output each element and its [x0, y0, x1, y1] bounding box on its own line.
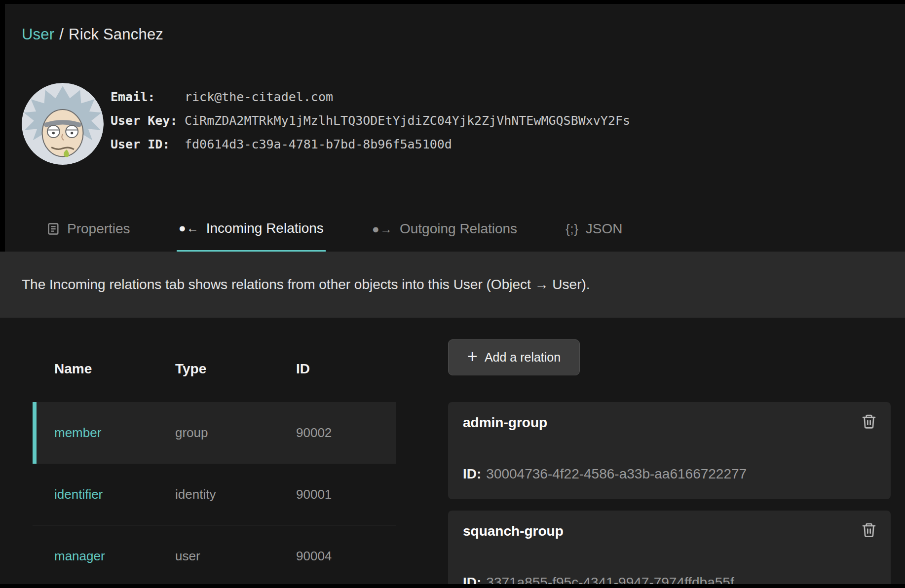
- column-header-id: ID: [296, 361, 310, 377]
- breadcrumb-separator: /: [59, 26, 64, 43]
- user-id-label: User ID:: [111, 133, 185, 156]
- relation-card-squanch-group: squanch-group ID:3371a855-f95c-4341-9947…: [448, 511, 891, 584]
- tab-label: JSON: [586, 221, 623, 237]
- relation-card-id: ID:3371a855-f95c-4341-9947-7974ffdba55f: [463, 575, 734, 584]
- add-relation-label: Add a relation: [485, 350, 561, 365]
- relation-id: 90002: [296, 402, 332, 464]
- table-row-manager[interactable]: manager user 90004: [33, 525, 396, 584]
- relation-id: 90001: [296, 464, 332, 525]
- info-banner: The Incoming relations tab shows relatio…: [0, 252, 905, 318]
- tab-label: Incoming Relations: [206, 220, 324, 236]
- breadcrumb-current: Rick Sanchez: [69, 26, 163, 43]
- user-detail-panel: User/Rick Sanchez Email: rick@: [5, 4, 905, 252]
- add-relation-button[interactable]: + Add a relation: [448, 339, 580, 375]
- relation-card-title: squanch-group: [463, 523, 564, 539]
- tab-outgoing-relations[interactable]: ●→ Outgoing Relations: [370, 206, 519, 252]
- relation-card-title: admin-group: [463, 415, 547, 431]
- user-id-row: User ID: fd0614d3-c39a-4781-b7bd-8b96f5a…: [111, 133, 630, 156]
- trash-icon[interactable]: [861, 521, 877, 538]
- incoming-relations-content: Name Type ID member group 90002 identifi…: [0, 318, 905, 584]
- table-row-member[interactable]: member group 90002: [33, 402, 396, 464]
- relations-table-body: member group 90002 identifier identity 9…: [33, 402, 396, 584]
- banner-text: The Incoming relations tab shows relatio…: [22, 277, 590, 293]
- id-label: ID:: [463, 466, 481, 481]
- relation-name-link[interactable]: member: [54, 402, 101, 464]
- email-value: rick@the-citadel.com: [185, 85, 333, 109]
- trash-icon[interactable]: [861, 413, 877, 430]
- user-key-label: User Key:: [111, 109, 185, 133]
- incoming-relations-icon: ●←: [179, 221, 199, 235]
- tab-json[interactable]: {;} JSON: [564, 206, 624, 252]
- relation-card-admin-group: admin-group ID:30004736-4f22-4586-a33b-a…: [448, 402, 891, 499]
- rick-avatar-illustration: [22, 83, 104, 165]
- tab-incoming-relations[interactable]: ●← Incoming Relations: [177, 206, 326, 252]
- table-row-identifier[interactable]: identifier identity 90001: [33, 464, 396, 525]
- relation-card-id: ID:30004736-4f22-4586-a33b-aa6166722277: [463, 466, 747, 482]
- json-braces-icon: {;}: [566, 222, 579, 236]
- column-header-name: Name: [54, 361, 92, 377]
- avatar: [22, 83, 104, 165]
- email-label: Email:: [111, 85, 185, 109]
- breadcrumb-user-link[interactable]: User: [22, 26, 54, 43]
- plus-icon: +: [467, 348, 478, 366]
- tab-label: Properties: [67, 221, 130, 237]
- relations-table-header: Name Type ID: [0, 361, 400, 377]
- tab-properties[interactable]: Properties: [44, 206, 132, 252]
- user-key-row: User Key: CiRmZDA2MTRkMy1jMzlhLTQ3ODEtYj…: [111, 109, 630, 133]
- outgoing-relations-icon: ●→: [372, 222, 393, 236]
- properties-icon: [46, 222, 60, 236]
- relation-name-link[interactable]: identifier: [54, 464, 103, 525]
- user-id-value: fd0614d3-c39a-4781-b7bd-8b96f5a5100d: [185, 133, 452, 156]
- column-header-type: Type: [175, 361, 206, 377]
- relation-type: user: [175, 525, 200, 584]
- email-row: Email: rick@the-citadel.com: [111, 85, 630, 109]
- tab-label: Outgoing Relations: [400, 221, 517, 237]
- id-value: 30004736-4f22-4586-a33b-aa6166722277: [486, 466, 747, 481]
- relation-name-link[interactable]: manager: [54, 525, 105, 584]
- relation-id: 90004: [296, 525, 332, 584]
- id-label: ID:: [463, 575, 481, 584]
- id-value: 3371a855-f95c-4341-9947-7974ffdba55f: [486, 575, 734, 584]
- relation-type: group: [175, 402, 208, 464]
- tab-bar: Properties ●← Incoming Relations ●→ Outg…: [44, 206, 624, 252]
- breadcrumb: User/Rick Sanchez: [22, 26, 163, 43]
- user-key-value: CiRmZDA2MTRkMy1jMzlhLTQ3ODEtYjdiZC04Yjk2…: [185, 109, 630, 133]
- relation-type: identity: [175, 464, 216, 525]
- user-properties: Email: rick@the-citadel.com User Key: Ci…: [111, 85, 630, 156]
